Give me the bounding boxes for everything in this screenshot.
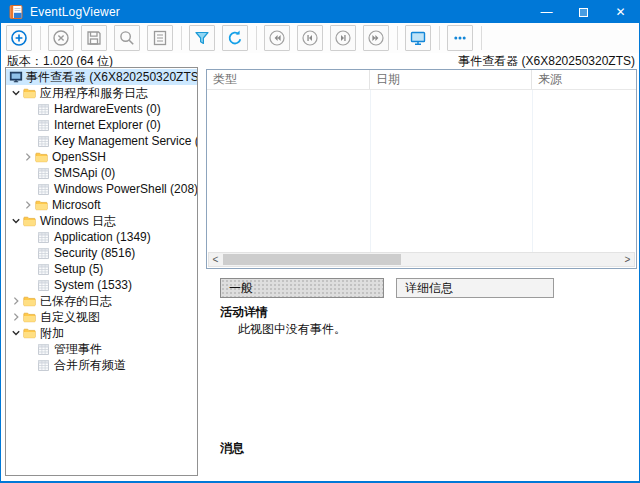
- log-icon: [36, 262, 51, 276]
- nav-previous-icon: [301, 29, 319, 47]
- folder-icon: [22, 214, 37, 228]
- filter-button[interactable]: [189, 25, 215, 51]
- event-log-viewer-window: EventLogViewer — ✕ 版本：1.020 (64 位) 事件查看器…: [0, 0, 640, 483]
- tree-item[interactable]: Key Management Service (0): [6, 133, 197, 149]
- toolbar-separator: [439, 26, 440, 50]
- column-separator: [532, 90, 533, 253]
- log-icon: [36, 358, 51, 372]
- tree-item[interactable]: 事件查看器 (X6X820250320ZTS): [6, 69, 197, 85]
- toolbar-separator: [397, 26, 398, 50]
- tree-item[interactable]: SMSApi (0): [6, 165, 197, 181]
- tree-item[interactable]: System (1533): [6, 277, 197, 293]
- tree-item[interactable]: Application (1349): [6, 229, 197, 245]
- message-heading: 消息: [220, 440, 244, 457]
- tree-item[interactable]: Windows 日志: [6, 213, 197, 229]
- tree-item-label: 自定义视图: [40, 309, 104, 326]
- chevron-down-icon[interactable]: [10, 327, 22, 339]
- folder-icon: [34, 198, 49, 212]
- open-log-button[interactable]: [6, 25, 32, 51]
- tree-item-label: Microsoft: [52, 198, 105, 212]
- event-list-header: 类型日期来源: [207, 70, 636, 90]
- chevron-down-icon[interactable]: [10, 215, 22, 227]
- chevron-right-icon[interactable]: [10, 311, 22, 323]
- tree-item-label: Windows 日志: [40, 213, 120, 230]
- chevron-right-icon[interactable]: [22, 199, 34, 211]
- tree-item[interactable]: Security (8516): [6, 245, 197, 261]
- tree-item-label: SMSApi (0): [54, 166, 119, 180]
- toolbar-separator: [181, 26, 182, 50]
- folder-icon: [22, 294, 37, 308]
- scroll-right-arrow[interactable]: >: [621, 253, 634, 266]
- first-event-button[interactable]: [264, 25, 290, 51]
- last-event-button[interactable]: [363, 25, 389, 51]
- tree-item[interactable]: OpenSSH: [6, 149, 197, 165]
- scrollbar-thumb[interactable]: [223, 254, 401, 265]
- chevron-right-icon[interactable]: [22, 151, 34, 163]
- toolbar-separator: [481, 26, 482, 50]
- computer-label: 事件查看器 (X6X820250320ZTS): [458, 53, 635, 67]
- tree-item[interactable]: 应用程序和服务日志: [6, 85, 197, 101]
- log-icon: [36, 278, 51, 292]
- tree-item[interactable]: 已保存的日志: [6, 293, 197, 309]
- tree-item-label: Security (8516): [54, 246, 139, 260]
- log-icon: [36, 246, 51, 260]
- folder-icon: [22, 326, 37, 340]
- tree-item-label: 附加: [40, 325, 68, 342]
- tree-item[interactable]: HardwareEvents (0): [6, 101, 197, 117]
- toolbar-separator: [256, 26, 257, 50]
- tab-details[interactable]: 详细信息: [396, 278, 554, 298]
- monitor-icon: [409, 29, 427, 47]
- more-options-button[interactable]: [447, 25, 473, 51]
- close-button[interactable]: ✕: [602, 1, 639, 23]
- remote-computer-button[interactable]: [405, 25, 431, 51]
- event-list: 类型日期来源 < >: [206, 69, 637, 269]
- no-events-text: 此视图中没有事件。: [238, 321, 346, 338]
- next-event-button[interactable]: [330, 25, 356, 51]
- tree-item[interactable]: 管理事件: [6, 341, 197, 357]
- tree-item-label: Key Management Service (0): [54, 134, 198, 148]
- filter-icon: [193, 29, 211, 47]
- computer-icon: [8, 70, 23, 84]
- detail-tabs: 一般详细信息: [220, 278, 554, 298]
- column-header[interactable]: 类型: [207, 70, 370, 89]
- toolbar-separator: [40, 26, 41, 50]
- tree-item[interactable]: 附加: [6, 325, 197, 341]
- toolbar: [1, 23, 639, 53]
- tree-item[interactable]: Microsoft: [6, 197, 197, 213]
- maximize-button[interactable]: [565, 1, 602, 23]
- refresh-button[interactable]: [222, 25, 248, 51]
- app-icon: [8, 4, 24, 20]
- tree-item[interactable]: 自定义视图: [6, 309, 197, 325]
- chevron-down-icon[interactable]: [10, 87, 22, 99]
- horizontal-scrollbar[interactable]: < >: [208, 252, 635, 267]
- column-header[interactable]: 日期: [370, 70, 532, 89]
- log-icon: [36, 166, 51, 180]
- activity-details-heading: 活动详情: [220, 304, 268, 321]
- minimize-button[interactable]: —: [528, 1, 565, 23]
- close-log-button[interactable]: [48, 25, 74, 51]
- details-icon: [151, 29, 169, 47]
- save-button[interactable]: [81, 25, 107, 51]
- tree-item-label: 合并所有频道: [54, 357, 130, 374]
- tree-item-label: Setup (5): [54, 262, 107, 276]
- tree-item[interactable]: Windows PowerShell (208): [6, 181, 197, 197]
- window-title: EventLogViewer: [30, 5, 120, 19]
- chevron-right-icon[interactable]: [10, 295, 22, 307]
- previous-event-button[interactable]: [297, 25, 323, 51]
- tree-item[interactable]: 合并所有频道: [6, 357, 197, 373]
- more-icon: [451, 29, 469, 47]
- column-header[interactable]: 来源: [532, 70, 636, 89]
- caption-buttons: — ✕: [528, 1, 639, 23]
- log-icon: [36, 182, 51, 196]
- scroll-left-arrow[interactable]: <: [209, 253, 222, 266]
- tab-general[interactable]: 一般: [220, 278, 384, 298]
- tree-item-label: Application (1349): [54, 230, 155, 244]
- info-bar: 版本：1.020 (64 位) 事件查看器 (X6X820250320ZTS): [1, 53, 639, 67]
- tree-item[interactable]: Setup (5): [6, 261, 197, 277]
- event-details-button[interactable]: [147, 25, 173, 51]
- tree-item[interactable]: Internet Explorer (0): [6, 117, 197, 133]
- search-button[interactable]: [114, 25, 140, 51]
- nav-last-icon: [367, 29, 385, 47]
- log-tree: 事件查看器 (X6X820250320ZTS)应用程序和服务日志Hardware…: [5, 67, 198, 476]
- log-icon: [36, 118, 51, 132]
